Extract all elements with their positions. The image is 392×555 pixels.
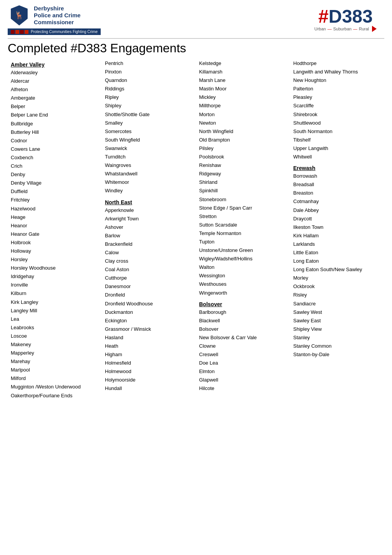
- list-item: Kirk Langley: [11, 298, 99, 307]
- list-item: Ilkeston Town: [293, 223, 381, 232]
- list-item: Sawley West: [293, 308, 381, 317]
- list-item: Danesmoor: [105, 282, 193, 291]
- list-item: Whitemoor: [105, 178, 193, 187]
- list-item: Tibshelf: [293, 136, 381, 144]
- list-item: Milford: [11, 374, 99, 383]
- list-item: Mastin Moor: [199, 85, 287, 93]
- list-item: Wigley/Wadshelf/Hollins: [199, 255, 287, 263]
- list-item: Cutthorpe: [105, 274, 193, 282]
- list-item: Makeney: [11, 340, 99, 349]
- column-0: Amber ValleyAlderwasleyAldercarAlfretonA…: [8, 59, 102, 400]
- hash-num: 383: [342, 7, 373, 26]
- list-item: Shuttlewood: [293, 119, 381, 127]
- content-grid: Amber ValleyAlderwasleyAldercarAlfretonA…: [0, 59, 392, 400]
- list-item: Shirland: [199, 178, 287, 187]
- list-item: Ridgeway: [199, 170, 287, 178]
- list-item: Heage: [11, 213, 99, 222]
- list-item: Aldercar: [11, 77, 99, 85]
- list-item: Ironville: [11, 281, 99, 289]
- list-item: Crich: [11, 162, 99, 170]
- hashtag-dash1: —: [327, 27, 332, 31]
- list-item: Denby: [11, 170, 99, 179]
- list-item: Clay cross: [105, 257, 193, 265]
- list-item: Eckington: [105, 317, 193, 325]
- list-item: South Normanton: [293, 127, 381, 136]
- list-item: Long Eaton South/New Sawley: [293, 265, 381, 274]
- list-item: Shipley View: [293, 325, 381, 333]
- list-item: Hazelwood: [11, 205, 99, 213]
- list-item: Glapwell: [199, 376, 287, 384]
- list-item: Whitwell: [293, 153, 381, 161]
- list-item: Shipley: [105, 102, 193, 110]
- list-item: Waingroves: [105, 161, 193, 170]
- list-item: Larklands: [293, 240, 381, 248]
- list-item: Brackenfield: [105, 240, 193, 248]
- list-item: Pinxton: [105, 68, 193, 76]
- list-item: Clowne: [199, 342, 287, 350]
- list-item: Holmesfield: [105, 359, 193, 367]
- list-item: Kilburn: [11, 289, 99, 298]
- list-item: New Houghton: [293, 76, 381, 85]
- list-item: Ockbrook: [293, 282, 381, 291]
- list-item: Belper: [11, 102, 99, 111]
- hashtag-sub3: Rural: [359, 27, 369, 31]
- list-item: Leabrooks: [11, 323, 99, 332]
- hashtag-logo: # D 383 Urban — Suburban — Rural: [314, 7, 377, 32]
- list-item: Pleasley: [293, 93, 381, 102]
- arrow-icon: [372, 26, 377, 32]
- list-item: Pilsley: [199, 144, 287, 153]
- list-item: Langwith and Whaley Thorns: [293, 68, 381, 76]
- list-item: Renishaw: [199, 161, 287, 170]
- list-item: Dronfield: [105, 291, 193, 299]
- list-item: Mapperley: [11, 349, 99, 357]
- list-item: Higham: [105, 350, 193, 359]
- list-item: Lea: [11, 315, 99, 323]
- list-item: Breadsall: [293, 180, 381, 189]
- protecting-squares: [11, 30, 28, 34]
- list-item: Whatstandwell: [105, 170, 193, 178]
- section-header-2-2: Bolsover: [199, 301, 287, 307]
- page-title-bar: Completed #D383 Engagements: [8, 38, 384, 55]
- list-item: Ambergate: [11, 94, 99, 102]
- list-item: Apperknowle: [105, 206, 193, 215]
- list-item: Stanton-by-Dale: [293, 350, 381, 359]
- list-item: Unstone/Unstone Green: [199, 246, 287, 255]
- list-item: Calow: [105, 248, 193, 257]
- list-item: Arkwright Town: [105, 215, 193, 223]
- list-item: Somercotes: [105, 127, 193, 136]
- list-item: Creswell: [199, 350, 287, 359]
- list-item: Sutton Scarsdale: [199, 221, 287, 229]
- hash-d: D: [329, 7, 342, 26]
- list-item: Turnditch: [105, 153, 193, 161]
- org-name-line1: Derbyshire: [34, 5, 81, 12]
- list-item: Killamarsh: [199, 68, 287, 76]
- list-item: Sawley East: [293, 317, 381, 325]
- list-item: Holbrook: [11, 238, 99, 247]
- page-title: Completed #D383 Engagements: [8, 41, 384, 55]
- list-item: Palterton: [293, 85, 381, 93]
- derbyshire-logo-icon: 🦌: [8, 4, 31, 27]
- sq-light-1: [15, 30, 19, 34]
- list-item: Poolsbrook: [199, 153, 287, 161]
- list-item: South Wingfield: [105, 136, 193, 144]
- list-item: Swanwick: [105, 144, 193, 153]
- list-item: Old Brampton: [199, 136, 287, 144]
- sq-dark-2: [20, 30, 24, 34]
- list-item: Little Eaton: [293, 248, 381, 257]
- list-item: Morley: [293, 274, 381, 282]
- list-item: Heath: [105, 342, 193, 350]
- column-1: PentrichPinxtonQuarndonRiddingsRipleyShi…: [102, 59, 196, 400]
- list-item: Horsley: [11, 255, 99, 264]
- list-item: Shirebrook: [293, 110, 381, 119]
- list-item: Westhouses: [199, 280, 287, 288]
- list-item: Doe Lea: [199, 359, 287, 367]
- list-item: Kelstedge: [199, 59, 287, 68]
- list-item: Loscoe: [11, 332, 99, 340]
- list-item: Coxbench: [11, 153, 99, 162]
- list-item: Cowers Lane: [11, 145, 99, 153]
- sq-dark-1: [11, 30, 15, 34]
- list-item: Mickley: [199, 93, 287, 102]
- section-header-3-2: Erewash: [293, 165, 381, 171]
- list-item: Hasland: [105, 333, 193, 342]
- sq-light-2: [25, 30, 28, 34]
